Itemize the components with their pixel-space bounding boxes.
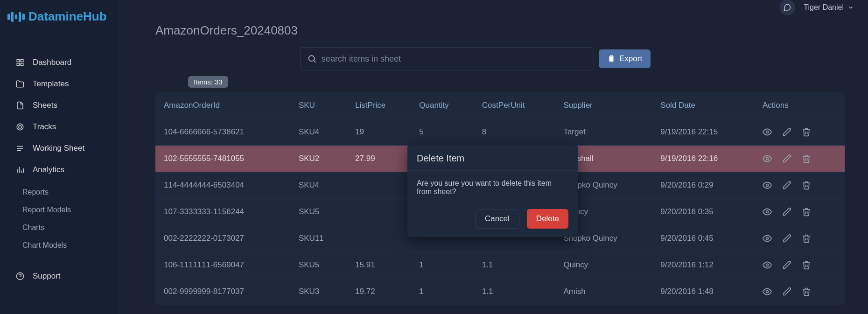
svg-point-19	[766, 131, 768, 133]
delete-icon[interactable]	[802, 127, 811, 137]
cell-actions	[755, 225, 845, 252]
edit-icon[interactable]	[782, 181, 791, 190]
edit-icon[interactable]	[782, 260, 791, 270]
col-quantity[interactable]: Quantity	[412, 92, 475, 119]
svg-point-25	[766, 291, 768, 293]
nav-dashboard[interactable]: Dashboard	[0, 52, 118, 73]
nav-label: Dashboard	[33, 58, 71, 67]
cell-list-price: 27.99	[348, 146, 412, 172]
cell-quantity: 1	[412, 252, 475, 279]
view-icon[interactable]	[763, 127, 772, 137]
nav-label: Working Sheet	[33, 144, 84, 153]
delete-icon[interactable]	[802, 207, 811, 216]
view-icon[interactable]	[763, 154, 772, 163]
svg-line-16	[314, 61, 315, 63]
table-row[interactable]: 106-1111111-6569047SKU515.9111.1Quincy9/…	[155, 252, 845, 279]
search-input[interactable]	[322, 54, 587, 64]
cell-list-price	[348, 172, 412, 199]
cell-order-id: 002-9999999-8177037	[155, 279, 291, 305]
clipboard-icon	[607, 55, 616, 63]
view-icon[interactable]	[763, 181, 772, 190]
svg-point-21	[766, 184, 768, 187]
view-icon[interactable]	[763, 287, 772, 296]
svg-rect-2	[17, 63, 19, 66]
cell-actions	[755, 199, 845, 225]
cell-order-id: 106-1111111-6569047	[155, 252, 291, 279]
cell-cost-per-unit: 1.1	[475, 252, 556, 279]
subnav-reports[interactable]: Reports	[0, 183, 118, 201]
cell-actions	[755, 279, 845, 305]
cell-supplier: Amish	[556, 279, 653, 305]
cell-sku: SKU4	[291, 119, 348, 146]
svg-point-24	[766, 264, 768, 266]
delete-icon[interactable]	[802, 287, 811, 296]
row-actions	[763, 154, 837, 163]
col-sku[interactable]: SKU	[291, 92, 348, 119]
cell-sku: SKU4	[291, 172, 348, 199]
svg-point-20	[766, 158, 768, 160]
table-row[interactable]: 002-9999999-8177037SKU319.7211.1Amish9/2…	[155, 279, 845, 305]
items-count-badge: Items: 33	[188, 76, 228, 88]
folder-icon	[16, 80, 26, 88]
cell-sold-date: 9/19/2016 22:16	[653, 146, 755, 172]
cell-sku: SKU2	[291, 146, 348, 172]
cell-actions	[755, 146, 845, 172]
nav-sheets[interactable]: Sheets	[0, 95, 118, 116]
modal-footer: Cancel Delete	[407, 204, 578, 237]
search-box[interactable]	[300, 47, 594, 70]
nav-working-sheet[interactable]: Working Sheet	[0, 138, 118, 159]
delete-icon[interactable]	[802, 154, 811, 163]
delete-icon[interactable]	[802, 260, 811, 270]
svg-rect-3	[21, 63, 23, 66]
row-actions	[763, 207, 837, 216]
cell-supplier: Target	[556, 119, 653, 146]
cell-actions	[755, 172, 845, 199]
view-icon[interactable]	[763, 260, 772, 270]
nav-label: Templates	[33, 79, 69, 89]
nav-analytics[interactable]: Analytics	[0, 159, 118, 181]
brand-logo[interactable]: DatamineHub	[0, 9, 118, 38]
row-actions	[763, 287, 837, 296]
cell-list-price	[348, 199, 412, 225]
edit-icon[interactable]	[782, 154, 791, 163]
svg-rect-1	[21, 59, 23, 62]
cell-list-price: 15.91	[348, 252, 412, 279]
cell-sold-date: 9/19/2016 22:15	[653, 119, 755, 146]
nav-label: Sheets	[33, 101, 57, 110]
table-row[interactable]: 104-6666666-5738621SKU41958Target9/19/20…	[155, 119, 845, 146]
edit-icon[interactable]	[782, 207, 791, 216]
cell-sku: SKU11	[291, 225, 348, 252]
list-icon	[16, 144, 26, 153]
cell-cost-per-unit: 8	[475, 119, 556, 146]
cancel-button[interactable]: Cancel	[475, 209, 519, 229]
cell-quantity: 1	[412, 279, 475, 305]
edit-icon[interactable]	[782, 287, 791, 296]
subnav-report-models[interactable]: Report Models	[0, 201, 118, 219]
edit-icon[interactable]	[782, 234, 791, 243]
subnav-charts[interactable]: Charts	[0, 219, 118, 237]
delete-icon[interactable]	[802, 181, 811, 190]
cell-supplier: Quincy	[556, 252, 653, 279]
cell-list-price: 19	[348, 119, 412, 146]
primary-nav: Dashboard Templates Sheets Tracks	[0, 38, 118, 287]
col-cost-per-unit[interactable]: CostPerUnit	[475, 92, 556, 119]
delete-button[interactable]: Delete	[527, 209, 568, 229]
subnav-chart-models[interactable]: Chart Models	[0, 237, 118, 254]
nav-tracks[interactable]: Tracks	[0, 116, 118, 138]
edit-icon[interactable]	[782, 127, 791, 137]
svg-rect-0	[17, 59, 19, 62]
nav-support[interactable]: Support	[0, 265, 118, 287]
view-icon[interactable]	[763, 234, 772, 243]
col-order-id[interactable]: AmazonOrderId	[155, 92, 291, 119]
delete-icon[interactable]	[802, 234, 811, 243]
col-supplier[interactable]: Supplier	[556, 92, 653, 119]
nav-templates[interactable]: Templates	[0, 73, 118, 95]
page-title: AmazonOrders_20240803	[155, 23, 845, 38]
col-sold-date[interactable]: Sold Date	[653, 92, 755, 119]
col-list-price[interactable]: ListPrice	[348, 92, 412, 119]
cell-order-id: 104-6666666-5738621	[155, 119, 291, 146]
nav-label: Analytics	[33, 165, 64, 174]
cell-sold-date: 9/20/2016 1:12	[653, 252, 755, 279]
export-button[interactable]: Export	[599, 49, 651, 68]
view-icon[interactable]	[763, 207, 772, 216]
